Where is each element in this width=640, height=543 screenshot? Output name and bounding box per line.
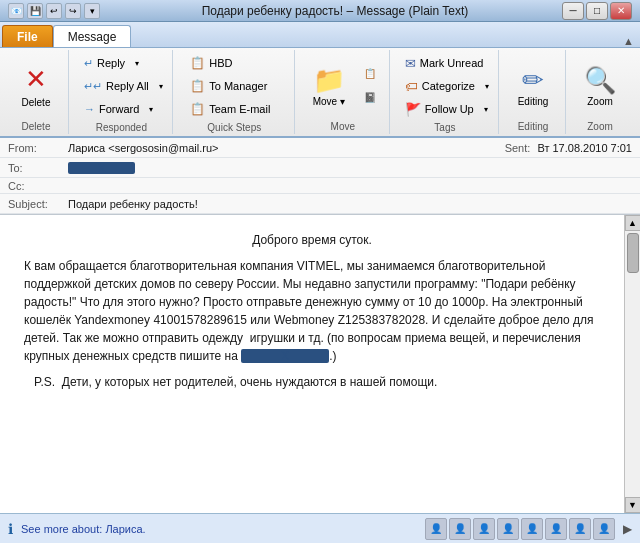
followup-icon: 🚩 <box>405 102 421 117</box>
categorize-icon: 🏷 <box>405 79 418 94</box>
avatar-2[interactable]: 👤 <box>449 518 471 540</box>
reply-all-label: Reply All <box>106 80 149 92</box>
team-email-icon: 📋 <box>190 102 205 116</box>
scrollbar[interactable]: ▲ ▼ <box>624 215 640 513</box>
followup-button[interactable]: 🚩 Follow Up <box>398 98 481 120</box>
team-email-label: Team E-mail <box>209 103 270 115</box>
hbd-button[interactable]: 📋 HBD <box>183 52 239 74</box>
move-icon: 📁 <box>313 65 345 96</box>
from-label: From: <box>8 142 68 154</box>
to-row: To: X <box>0 158 640 178</box>
followup-dropdown[interactable]: ▾ <box>481 98 491 120</box>
followup-label: Follow Up <box>425 103 474 115</box>
to-label: To: <box>8 162 68 174</box>
avatar-5[interactable]: 👤 <box>521 518 543 540</box>
move-onenote-button[interactable]: 📓 <box>357 87 383 109</box>
categorize-button[interactable]: 🏷 Categorize <box>398 75 482 97</box>
move-group-label: Move <box>331 121 355 132</box>
sent-container: Sent: Вт 17.08.2010 7:01 <box>505 142 632 154</box>
rules-icon: 📋 <box>364 68 376 79</box>
tab-file[interactable]: File <box>2 25 53 47</box>
followup-group: 🚩 Follow Up ▾ <box>398 98 492 120</box>
forward-dropdown[interactable]: ▾ <box>146 98 156 120</box>
editing-label: Editing <box>518 96 549 107</box>
quick-access-3[interactable]: ↪ <box>65 3 81 19</box>
editing-icon: ✏ <box>522 65 544 96</box>
ribbon-group-editing: ✏ Editing Editing <box>501 50 566 134</box>
to-manager-button[interactable]: 📋 To Manager <box>183 75 274 97</box>
respond-group-content: ↵ Reply ▾ ↵↵ Reply All ▾ → Forward <box>77 52 166 120</box>
categorize-label: Categorize <box>422 80 475 92</box>
message-body: Доброго время суток. К вам обращается бл… <box>0 215 624 513</box>
delete-label: Delete <box>22 97 51 108</box>
title-bar-icons: 📧 💾 ↩ ↪ ▾ <box>8 3 100 19</box>
move-group-content: 📁 Move ▾ 📋 📓 <box>303 52 383 119</box>
delete-group-content: ✕ Delete <box>10 52 62 119</box>
move-rules-button[interactable]: 📋 <box>357 63 383 85</box>
scroll-thumb[interactable] <box>627 233 639 273</box>
respond-buttons: ↵ Reply ▾ ↵↵ Reply All ▾ → Forward <box>77 52 166 120</box>
quicksteps-group-label: Quick Steps <box>207 122 261 133</box>
zoom-icon: 🔍 <box>584 65 616 96</box>
body-redacted: X <box>241 349 329 363</box>
ribbon-group-move: 📁 Move ▾ 📋 📓 Move <box>297 50 390 134</box>
avatar-1[interactable]: 👤 <box>425 518 447 540</box>
mark-unread-group: ✉ Mark Unread <box>398 52 492 74</box>
avatar-3[interactable]: 👤 <box>473 518 495 540</box>
scroll-up-arrow[interactable]: ▲ <box>625 215 641 231</box>
ribbon-group-quicksteps: 📋 HBD 📋 To Manager 📋 Team E-mail Quick S… <box>175 50 295 134</box>
respond-group-label: Responded <box>96 122 147 133</box>
tab-message[interactable]: Message <box>53 25 132 47</box>
status-bar: ℹ See more about: Лариса. 👤 👤 👤 👤 👤 👤 👤 … <box>0 513 640 543</box>
reply-all-button[interactable]: ↵↵ Reply All <box>77 75 156 97</box>
forward-button[interactable]: → Forward <box>77 98 146 120</box>
delete-button[interactable]: ✕ Delete <box>10 56 62 116</box>
cc-row: Cc: <box>0 178 640 194</box>
categorize-dropdown[interactable]: ▾ <box>482 75 492 97</box>
reply-all-dropdown[interactable]: ▾ <box>156 75 166 97</box>
to-value: X <box>68 162 632 174</box>
quick-access-2[interactable]: ↩ <box>46 3 62 19</box>
scroll-down-arrow[interactable]: ▼ <box>625 497 641 513</box>
move-extra-buttons: 📋 📓 <box>357 63 383 109</box>
ribbon-group-zoom: 🔍 Zoom Zoom <box>568 50 632 134</box>
delete-group-label: Delete <box>22 121 51 132</box>
zoom-button[interactable]: 🔍 Zoom <box>574 56 626 116</box>
app-icon: 📧 <box>8 3 24 19</box>
to-manager-icon: 📋 <box>190 79 205 93</box>
reply-label: Reply <box>97 57 125 69</box>
title-bar: 📧 💾 ↩ ↪ ▾ Подари ребенку радость! – Mess… <box>0 0 640 22</box>
avatar-6[interactable]: 👤 <box>545 518 567 540</box>
body-line-1: Доброго время суток. <box>24 231 600 249</box>
avatar-4[interactable]: 👤 <box>497 518 519 540</box>
avatar-8[interactable]: 👤 <box>593 518 615 540</box>
reply-button[interactable]: ↵ Reply <box>77 52 132 74</box>
body-ps: P.S. Дети, у которых нет родителей, очен… <box>24 373 600 391</box>
forward-label: Forward <box>99 103 139 115</box>
mark-unread-icon: ✉ <box>405 56 416 71</box>
to-redacted: X <box>68 162 135 174</box>
move-button[interactable]: 📁 Move ▾ <box>303 56 355 116</box>
maximize-button[interactable]: □ <box>586 2 608 20</box>
status-expand-arrow[interactable]: ▶ <box>623 522 632 536</box>
to-manager-label: To Manager <box>209 80 267 92</box>
subject-value: Подари ребенку радость! <box>68 198 632 210</box>
tags-buttons: ✉ Mark Unread 🏷 Categorize ▾ 🚩 Follow Up <box>398 52 492 120</box>
team-email-button[interactable]: 📋 Team E-mail <box>183 98 277 120</box>
ribbon-collapse[interactable]: ▲ <box>623 35 634 47</box>
window-title: Подари ребенку радость! – Message (Plain… <box>108 4 562 18</box>
subject-label: Subject: <box>8 198 68 210</box>
zoom-label: Zoom <box>587 96 613 107</box>
reply-dropdown[interactable]: ▾ <box>132 52 142 74</box>
quick-access-sep: ▾ <box>84 3 100 19</box>
avatar-7[interactable]: 👤 <box>569 518 591 540</box>
from-value: Лариса <sergososin@mail.ru> <box>68 142 505 154</box>
reply-all-group: ↵↵ Reply All ▾ <box>77 75 166 97</box>
mark-unread-button[interactable]: ✉ Mark Unread <box>398 52 491 74</box>
minimize-button[interactable]: ─ <box>562 2 584 20</box>
subject-row: Subject: Подари ребенку радость! <box>0 194 640 214</box>
quick-access-1[interactable]: 💾 <box>27 3 43 19</box>
delete-icon: ✕ <box>25 64 47 95</box>
editing-button[interactable]: ✏ Editing <box>507 56 559 116</box>
close-button[interactable]: ✕ <box>610 2 632 20</box>
